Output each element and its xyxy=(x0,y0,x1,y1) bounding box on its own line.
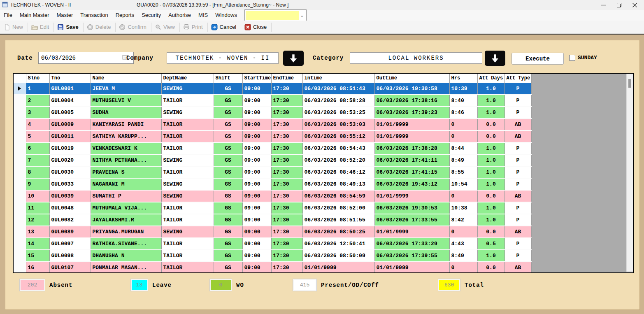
cell-deptname[interactable]: SEWING xyxy=(161,107,214,119)
cell-att_days[interactable]: 1.0 xyxy=(477,83,505,95)
cell-tno[interactable]: GUL0033 xyxy=(49,178,91,190)
date-picker[interactable]: 06/03/2026 ▾ xyxy=(38,52,134,64)
close-window-button[interactable] xyxy=(627,0,642,10)
sunday-checkbox[interactable] xyxy=(569,55,575,61)
cell-att_days[interactable]: 1.0 xyxy=(477,202,505,214)
cell-name[interactable]: PONMALAR MASAN... xyxy=(91,262,161,273)
close-button[interactable]: Close xyxy=(242,23,270,32)
column-header-tno[interactable]: Tno xyxy=(49,74,91,83)
cell-tno[interactable]: GUL0039 xyxy=(49,190,91,202)
row-selector[interactable] xyxy=(14,190,26,202)
cell-outtime[interactable]: 06/03/2026 19:30:58 xyxy=(374,83,449,95)
cell-hrs[interactable]: 0 xyxy=(449,130,477,142)
cell-intime[interactable]: 06/03/2026 08:46:12 xyxy=(302,166,374,178)
cell-endtime[interactable]: 17:30 xyxy=(271,238,302,250)
cell-att_type[interactable]: P xyxy=(505,250,531,262)
cell-intime[interactable]: 06/03/2026 08:51:55 xyxy=(302,214,374,226)
cell-shift[interactable]: GS xyxy=(214,190,242,202)
row-selector[interactable] xyxy=(14,250,26,262)
cell-att_type[interactable]: P xyxy=(505,214,531,226)
cell-name[interactable]: SATHIYA KARUPP... xyxy=(91,130,161,142)
row-selector[interactable] xyxy=(14,238,26,250)
cell-hrs[interactable]: 10:54 xyxy=(449,178,477,190)
minimize-button[interactable] xyxy=(595,0,611,10)
cell-att_days[interactable]: 0.0 xyxy=(477,130,505,142)
menu-item-transaction[interactable]: Transaction xyxy=(77,10,112,21)
cell-outtime[interactable]: 01/01/9999 xyxy=(374,130,449,142)
company-load-button[interactable] xyxy=(283,51,304,66)
cell-endtime[interactable]: 17:30 xyxy=(271,202,302,214)
row-selector[interactable] xyxy=(14,142,26,154)
new-button[interactable]: New xyxy=(2,23,26,32)
column-header-intime[interactable]: intime xyxy=(302,74,374,83)
cell-att_type[interactable]: AB xyxy=(505,130,531,142)
cell-tno[interactable]: GUL0009 xyxy=(49,119,91,130)
cell-att_type[interactable]: AB xyxy=(505,190,531,202)
cell-tno[interactable]: GUL0082 xyxy=(49,214,91,226)
cell-shift[interactable]: GS xyxy=(214,95,242,107)
cell-tno[interactable]: GUL0107 xyxy=(49,262,91,273)
cell-intime[interactable]: 06/03/2026 08:52:20 xyxy=(302,154,374,166)
cell-intime[interactable]: 06/03/2026 12:50:41 xyxy=(302,238,374,250)
cell-name[interactable]: MUTHUMALA VIJA... xyxy=(91,202,161,214)
column-header-att_type[interactable]: Att_Type xyxy=(505,74,531,83)
cell-deptname[interactable]: TAILOR xyxy=(161,119,214,130)
cell-deptname[interactable]: SEWING xyxy=(161,190,214,202)
cell-slno[interactable]: 14 xyxy=(26,238,49,250)
cell-att_days[interactable]: 1.0 xyxy=(477,214,505,226)
cell-att_type[interactable]: P xyxy=(505,202,531,214)
edit-button[interactable]: Edit xyxy=(29,23,52,32)
cell-name[interactable]: KANIYARASI PANDI xyxy=(91,119,161,130)
menu-item-windows[interactable]: Windows xyxy=(212,10,241,21)
cell-name[interactable]: VENKADESWARI K xyxy=(91,142,161,154)
cell-outtime[interactable]: 01/01/9999 xyxy=(374,190,449,202)
cell-slno[interactable]: 6 xyxy=(26,142,49,154)
cell-endtime[interactable]: 17:30 xyxy=(271,214,302,226)
cell-hrs[interactable]: 4:43 xyxy=(449,238,477,250)
cell-hrs[interactable]: 0 xyxy=(449,119,477,130)
cell-att_type[interactable]: P xyxy=(505,238,531,250)
menu-item-master[interactable]: Master xyxy=(53,10,77,21)
cell-outtime[interactable]: 06/03/2026 17:38:16 xyxy=(374,95,449,107)
cell-name[interactable]: SUMATHI P xyxy=(91,190,161,202)
row-selector[interactable] xyxy=(14,262,26,273)
cell-intime[interactable]: 06/03/2026 08:54:59 xyxy=(302,190,374,202)
cell-outtime[interactable]: 01/01/9999 xyxy=(374,262,449,273)
cell-deptname[interactable]: TAILOR xyxy=(161,262,214,273)
cell-outtime[interactable]: 06/03/2026 17:39:55 xyxy=(374,250,449,262)
cell-intime[interactable]: 06/03/2026 08:50:25 xyxy=(302,226,374,238)
cell-outtime[interactable]: 06/03/2026 17:39:23 xyxy=(374,107,449,119)
cell-att_type[interactable]: P xyxy=(505,83,531,95)
cell-shift[interactable]: GS xyxy=(214,214,242,226)
cell-starttime[interactable]: 09:00 xyxy=(242,226,271,238)
cell-name[interactable]: PRIYANGA.MURUGAN xyxy=(91,226,161,238)
cell-outtime[interactable]: 06/03/2026 17:41:11 xyxy=(374,154,449,166)
cell-intime[interactable]: 06/03/2026 08:50:09 xyxy=(302,250,374,262)
cell-deptname[interactable]: TAILOR xyxy=(161,214,214,226)
cell-att_days[interactable]: 1.0 xyxy=(477,178,505,190)
cell-endtime[interactable]: 17:30 xyxy=(271,250,302,262)
cell-hrs[interactable]: 8:55 xyxy=(449,166,477,178)
cell-name[interactable]: SUDHA xyxy=(91,107,161,119)
delete-button[interactable]: Delete xyxy=(85,23,114,32)
cell-hrs[interactable]: 10:38 xyxy=(449,202,477,214)
cell-deptname[interactable]: SEWING xyxy=(161,226,214,238)
cell-shift[interactable]: GS xyxy=(214,226,242,238)
cell-endtime[interactable]: 17:30 xyxy=(271,119,302,130)
view-button[interactable]: View xyxy=(153,23,178,32)
cell-shift[interactable]: GS xyxy=(214,250,242,262)
cell-name[interactable]: MUTHUSELVI V xyxy=(91,95,161,107)
cell-deptname[interactable]: SEWING xyxy=(161,178,214,190)
cell-endtime[interactable]: 17:30 xyxy=(271,166,302,178)
cell-shift[interactable]: GS xyxy=(214,154,242,166)
cell-slno[interactable]: 3 xyxy=(26,107,49,119)
cell-name[interactable]: PRAVEENA S xyxy=(91,166,161,178)
cell-slno[interactable]: 4 xyxy=(26,119,49,130)
cell-att_type[interactable]: AB xyxy=(505,119,531,130)
cell-deptname[interactable]: SEWING xyxy=(161,83,214,95)
cell-slno[interactable]: 2 xyxy=(26,95,49,107)
cell-intime[interactable]: 06/03/2026 08:54:43 xyxy=(302,142,374,154)
cell-outtime[interactable]: 06/03/2026 17:38:28 xyxy=(374,142,449,154)
cell-slno[interactable]: 5 xyxy=(26,130,49,142)
cell-name[interactable]: DHANUSHA N xyxy=(91,250,161,262)
